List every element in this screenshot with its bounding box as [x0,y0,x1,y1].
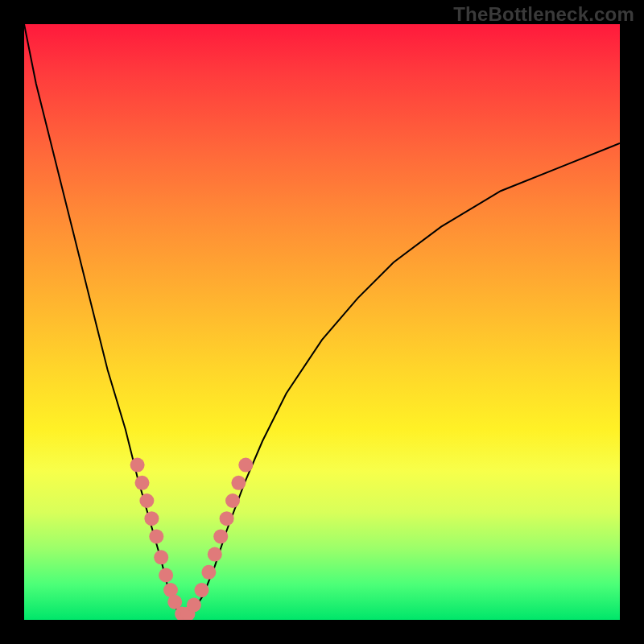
highlight-dot [231,476,246,490]
highlight-dot [144,511,159,526]
highlight-dot [130,458,145,473]
highlight-dots [130,458,254,620]
highlight-dot [139,493,154,508]
highlight-dot [213,529,228,543]
plot-area [24,24,620,620]
highlight-dot [159,568,173,583]
highlight-dot [154,550,168,564]
highlight-dot [187,598,201,613]
bottleneck-curve [24,24,620,620]
highlight-dot [149,529,163,543]
highlight-dot [208,547,222,562]
watermark-text: TheBottleneck.com [453,3,634,26]
highlight-dot [238,458,253,473]
highlight-dot [135,476,150,490]
highlight-dot [225,493,240,508]
highlight-dot [220,511,234,526]
chart-canvas: TheBottleneck.com [0,0,644,644]
chart-svg [24,24,620,620]
highlight-dot [201,565,216,580]
highlight-dot [195,583,209,597]
